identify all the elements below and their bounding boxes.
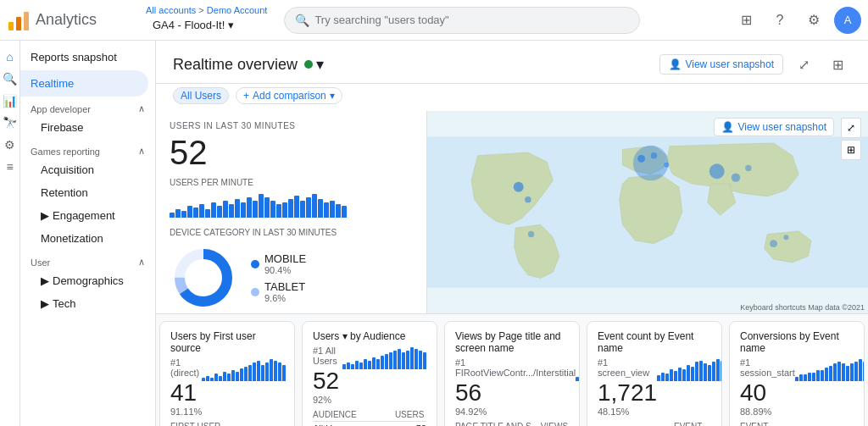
nav-section-app-developer[interactable]: App developer ∧ bbox=[20, 97, 155, 116]
donut-svg bbox=[170, 244, 237, 312]
nav-reports-snapshot[interactable]: Reports snapshot bbox=[20, 44, 148, 70]
apps-button[interactable]: ⊞ bbox=[732, 7, 760, 34]
help-button[interactable]: ? bbox=[766, 7, 793, 34]
card-mini-bar bbox=[257, 361, 260, 381]
nav-firebase[interactable]: Firebase bbox=[20, 116, 155, 139]
card-sub-1: 92% bbox=[313, 395, 342, 405]
all-users-chip[interactable]: All Users bbox=[173, 87, 229, 104]
rail-search-icon[interactable]: 🔍 bbox=[1, 69, 19, 88]
view-snapshot-label: View user snapshot bbox=[685, 58, 774, 70]
tech-expand-icon: ▶ bbox=[41, 297, 49, 310]
card-metric-0: #1 (direct) 41 91.11% bbox=[170, 357, 202, 417]
upm-mini-bars bbox=[170, 194, 413, 218]
rail-explore-icon[interactable]: 🔭 bbox=[1, 113, 19, 132]
nav-section-games[interactable]: Games reporting ∧ bbox=[20, 139, 155, 158]
card-mini-bar bbox=[415, 349, 418, 369]
card-mini-bar bbox=[661, 373, 665, 381]
grid-icon-button[interactable]: ⊞ bbox=[824, 51, 851, 78]
card-mini-bar bbox=[821, 370, 824, 381]
card-mini-bar bbox=[244, 367, 248, 381]
card-rank-0: #1 (direct) bbox=[170, 357, 202, 378]
card-big-2: 56 bbox=[455, 379, 576, 407]
property-selector[interactable]: GA4 - Flood-It! ▾ bbox=[146, 15, 267, 35]
search-input[interactable] bbox=[314, 14, 629, 26]
tablet-dot bbox=[251, 288, 259, 296]
svg-point-15 bbox=[745, 165, 751, 171]
nav-retention[interactable]: Retention bbox=[20, 181, 155, 204]
card-mini-bar bbox=[410, 347, 414, 369]
upm-bar bbox=[229, 204, 234, 218]
rail-settings2-icon[interactable]: ⚙ bbox=[1, 136, 19, 154]
view-user-snapshot-btn[interactable]: 👤 View user snapshot bbox=[714, 118, 834, 136]
card-mini-bar bbox=[721, 361, 722, 381]
svg-point-16 bbox=[770, 240, 777, 247]
card-mini-bar bbox=[406, 351, 409, 369]
view-snapshot-button[interactable]: 👤 View user snapshot bbox=[659, 54, 783, 75]
upm-bar bbox=[187, 206, 192, 218]
stats-panel: USERS IN LAST 30 MINUTES 52 USERS PER MI… bbox=[156, 111, 427, 313]
card-mini-bar bbox=[261, 365, 264, 382]
tablet-pct: 9.6% bbox=[264, 293, 305, 303]
realtime-status: ▾ bbox=[304, 55, 324, 74]
property-chevron-icon: ▾ bbox=[228, 19, 234, 31]
col2-header: EVENT COUNT bbox=[674, 420, 711, 426]
col2-header: USERS bbox=[255, 420, 284, 426]
nav-engagement[interactable]: ▶ Engagement bbox=[20, 204, 155, 227]
card-title-3: Event count by Event name bbox=[598, 330, 711, 354]
map-expand-button[interactable]: ⤢ bbox=[841, 118, 861, 138]
card-mini-bar bbox=[837, 362, 841, 381]
avatar[interactable]: A bbox=[834, 7, 861, 34]
breadcrumb-account[interactable]: Demo Account bbox=[207, 5, 268, 15]
nav-tech[interactable]: ▶ Tech bbox=[20, 292, 155, 315]
card-rank-3: #1 screen_view bbox=[598, 357, 657, 378]
donut-legend: MOBILE 90.4% TABLET 9.6% bbox=[251, 252, 306, 303]
table-header: EVENT NAME CONVERSIONS bbox=[740, 420, 858, 426]
nav-demographics[interactable]: ▶ Demographics bbox=[20, 269, 155, 292]
card-mini-bar bbox=[231, 370, 235, 381]
card-mini-bar bbox=[270, 359, 273, 381]
card-mini-bar bbox=[355, 361, 359, 369]
rail-menu-icon[interactable]: ≡ bbox=[1, 158, 19, 176]
upm-bar bbox=[312, 194, 317, 218]
breadcrumb: All accounts > Demo Account bbox=[146, 5, 267, 15]
chevron-down-icon[interactable]: ▾ bbox=[316, 55, 324, 74]
map-section: USERS IN LAST 30 MINUTES 52 USERS PER MI… bbox=[156, 111, 868, 314]
upm-bar bbox=[199, 204, 204, 218]
breadcrumb-all-accounts[interactable]: All accounts bbox=[146, 5, 196, 15]
nav-acquisition[interactable]: Acquisition bbox=[20, 158, 155, 181]
map-grid-button[interactable]: ⊞ bbox=[841, 140, 861, 160]
analytics-logo-icon bbox=[7, 8, 31, 32]
col1-header: EVENT NAME bbox=[598, 420, 674, 426]
settings-button[interactable]: ⚙ bbox=[800, 7, 827, 34]
card-sub-4: 88.89% bbox=[740, 407, 795, 417]
nav-monetization[interactable]: Monetization bbox=[20, 227, 155, 250]
rail-home-icon[interactable]: ⌂ bbox=[1, 47, 19, 66]
card-mini-bar bbox=[419, 351, 422, 369]
col1-header: AUDIENCE bbox=[313, 408, 395, 422]
upm-bar bbox=[211, 202, 216, 218]
card-mini-bar bbox=[423, 352, 426, 369]
card-mini-bar bbox=[708, 365, 711, 381]
search-bar[interactable]: 🔍 bbox=[284, 7, 640, 34]
add-comparison-button[interactable]: + Add comparison ▾ bbox=[236, 87, 342, 104]
rail-report-icon[interactable]: 📊 bbox=[1, 91, 19, 110]
card-mini-bar bbox=[704, 363, 707, 381]
upm-bar bbox=[235, 199, 240, 218]
icon-rail: ⌂ 🔍 📊 🔭 ⚙ ≡ bbox=[0, 41, 20, 426]
card-mini-bar bbox=[808, 373, 811, 381]
upm-bar bbox=[217, 206, 222, 218]
nav-realtime[interactable]: Realtime bbox=[20, 70, 148, 97]
card-mini-bar bbox=[833, 363, 837, 381]
firebase-label: Firebase bbox=[41, 121, 84, 134]
card-title-4: Conversions by Event name bbox=[740, 330, 854, 354]
nav-section-user[interactable]: User ∧ bbox=[20, 250, 155, 269]
card-mini-bar bbox=[816, 370, 820, 381]
card-mini-bar bbox=[804, 374, 807, 381]
users-label: USERS IN LAST 30 MINUTES bbox=[170, 121, 413, 130]
expand-icon-button[interactable]: ⤢ bbox=[790, 51, 817, 78]
card-mini-bar bbox=[716, 359, 720, 381]
svg-point-8 bbox=[525, 196, 531, 202]
col2-header: CONVERSIONS bbox=[795, 420, 858, 426]
upm-bar bbox=[205, 209, 210, 218]
row-value-0: 52 bbox=[395, 422, 426, 427]
